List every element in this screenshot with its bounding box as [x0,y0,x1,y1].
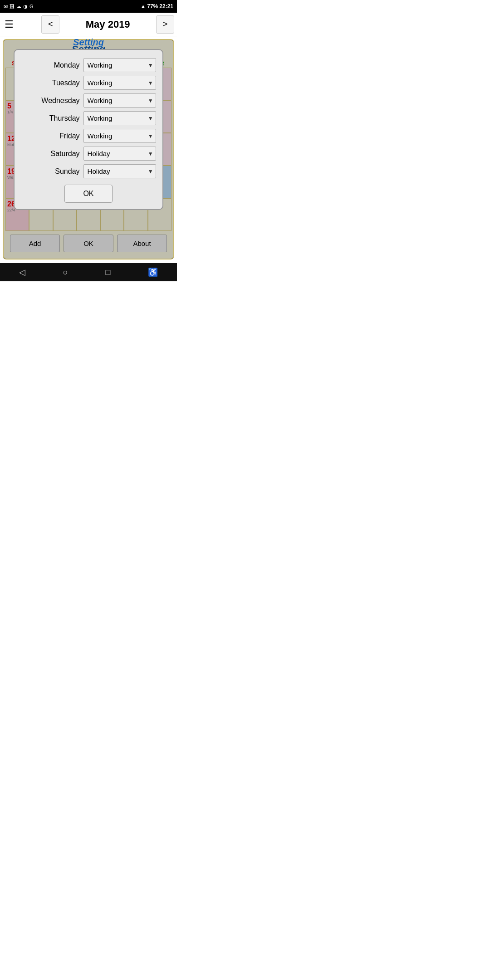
gmail-icon: ✉ [4,4,8,10]
nav-bar: ☰ < May 2019 > [0,13,177,36]
day-select-wednesday[interactable]: WorkingHoliday [83,93,156,108]
settings-dialog: Setting MondayWorkingHoliday▼TuesdayWork… [14,49,163,210]
status-bar: ✉ 🖼 ☁ ◑ G ▲ 77% 22:21 [0,0,177,13]
day-row-monday: MondayWorkingHoliday▼ [21,58,156,72]
cloud-icon: ☁ [16,4,21,10]
dialog-ok-button[interactable]: OK [64,185,112,203]
status-right: ▲ 77% 22:21 [140,3,173,10]
time-text: 22:21 [159,3,173,10]
day-row-sunday: SundayWorkingHoliday▼ [21,164,156,178]
menu-button[interactable]: ☰ [3,17,15,32]
bottom-nav: ◁ ○ □ ♿ [0,263,177,281]
dialog-overlay: Setting MondayWorkingHoliday▼TuesdayWork… [4,40,173,259]
translate-icon: G [29,4,34,9]
day-row-tuesday: TuesdayWorkingHoliday▼ [21,76,156,90]
weather-icon: ◑ [23,4,28,10]
recent-nav-button[interactable]: □ [106,268,111,277]
day-label-thursday: Thursday [39,114,80,122]
day-row-saturday: SaturdayWorkingHoliday▼ [21,147,156,161]
signal-icon: ▲ [140,3,146,10]
day-label-wednesday: Wednesday [39,97,80,105]
status-left: ✉ 🖼 ☁ ◑ G [4,4,34,10]
day-label-tuesday: Tuesday [39,79,80,87]
accessibility-nav-button[interactable]: ♿ [148,267,158,277]
day-select-thursday[interactable]: WorkingHoliday [83,111,156,125]
back-nav-button[interactable]: ◁ [19,267,25,277]
day-select-tuesday[interactable]: WorkingHoliday [83,76,156,90]
next-month-button[interactable]: > [156,15,174,34]
day-select-sunday[interactable]: WorkingHoliday [83,164,156,178]
dialog-rows: MondayWorkingHoliday▼TuesdayWorkingHolid… [21,58,156,178]
day-row-wednesday: WednesdayWorkingHoliday▼ [21,93,156,108]
image-icon: 🖼 [10,4,15,9]
day-label-friday: Friday [39,132,80,140]
battery-text: 77% [147,3,158,10]
day-label-monday: Monday [39,61,80,69]
dialog-title: Setting [15,37,162,48]
day-label-saturday: Saturday [39,150,80,158]
day-select-friday[interactable]: WorkingHoliday [83,129,156,143]
day-select-saturday[interactable]: WorkingHoliday [83,147,156,161]
day-row-friday: FridayWorkingHoliday▼ [21,129,156,143]
home-nav-button[interactable]: ○ [63,268,68,277]
day-label-sunday: Sunday [39,167,80,176]
day-row-thursday: ThursdayWorkingHoliday▼ [21,111,156,125]
month-title: May 2019 [86,19,130,30]
prev-month-button[interactable]: < [41,15,59,34]
calendar-container: Setting Sun Mon Tue Wed Thu Fri Sat 1廿七2… [3,39,174,260]
day-select-monday[interactable]: WorkingHoliday [83,58,156,72]
